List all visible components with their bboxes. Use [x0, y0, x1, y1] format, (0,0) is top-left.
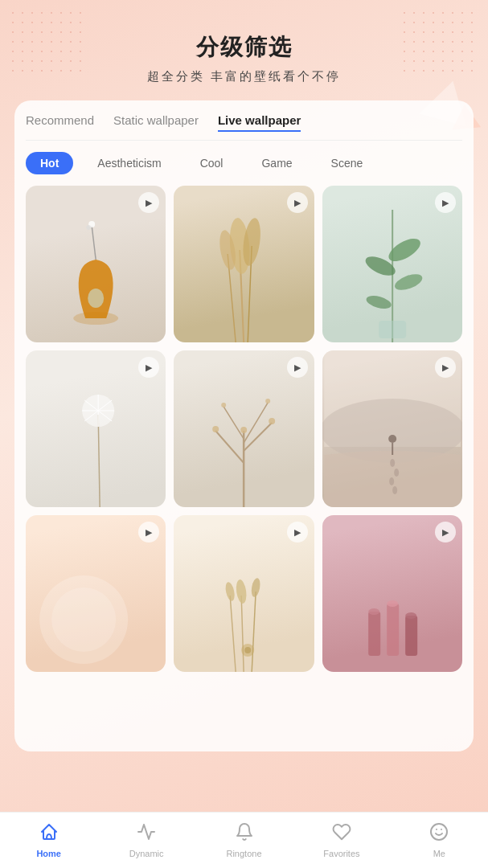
svg-line-29 — [244, 423, 272, 451]
svg-point-1 — [88, 289, 104, 308]
svg-line-6 — [248, 246, 252, 342]
svg-line-2 — [92, 226, 96, 260]
filter-aestheticism[interactable]: Aestheticism — [83, 152, 175, 174]
svg-point-0 — [73, 312, 118, 325]
svg-line-5 — [240, 250, 244, 342]
svg-line-31 — [244, 403, 268, 443]
filter-hot[interactable]: Hot — [26, 152, 73, 174]
svg-point-43 — [388, 435, 396, 443]
play-button[interactable]: ▶ — [287, 522, 308, 542]
home-icon — [39, 822, 59, 846]
filter-cool[interactable]: Cool — [186, 152, 238, 174]
category-tabs: Recommend Static wallpaper Live wallpape… — [26, 113, 462, 141]
wallpaper-item[interactable]: ▶ — [322, 186, 462, 342]
play-button[interactable]: ▶ — [138, 357, 159, 378]
nav-ringtone-label: Ringtone — [226, 849, 261, 858]
play-button[interactable]: ▶ — [287, 192, 308, 213]
play-button[interactable]: ▶ — [435, 192, 456, 213]
header: 分级筛选 超全分类 丰富的壁纸看个不停 — [0, 0, 488, 100]
svg-point-59 — [387, 600, 398, 607]
filter-game[interactable]: Game — [247, 152, 306, 174]
nav-ringtone[interactable]: Ringtone — [195, 822, 293, 858]
svg-point-51 — [250, 577, 261, 597]
tab-static-wallpaper[interactable]: Static wallpaper — [113, 113, 199, 132]
svg-point-8 — [228, 217, 252, 275]
svg-point-45 — [39, 575, 128, 664]
svg-point-53 — [241, 644, 254, 657]
nav-dynamic-label: Dynamic — [129, 849, 164, 858]
nav-home-label: Home — [36, 849, 61, 858]
svg-line-20 — [98, 400, 112, 411]
svg-line-48 — [252, 592, 256, 672]
filter-scene[interactable]: Scene — [317, 152, 378, 174]
svg-point-15 — [365, 293, 393, 311]
svg-point-41 — [389, 477, 394, 485]
svg-point-36 — [240, 427, 247, 433]
svg-point-46 — [51, 588, 116, 652]
svg-line-47 — [241, 596, 244, 672]
tab-recommend[interactable]: Recommend — [26, 113, 94, 132]
nav-home[interactable]: Home — [0, 822, 97, 858]
svg-point-12 — [385, 234, 424, 265]
play-button[interactable]: ▶ — [287, 357, 308, 378]
svg-line-17 — [98, 415, 100, 507]
wallpaper-item[interactable]: ▶ — [26, 350, 166, 507]
nav-dynamic[interactable]: Dynamic — [97, 822, 195, 858]
favorites-icon — [332, 822, 351, 846]
svg-line-49 — [230, 596, 236, 672]
me-icon — [429, 822, 449, 846]
svg-point-34 — [221, 403, 226, 407]
nav-favorites-label: Favorites — [323, 849, 359, 858]
wallpaper-item[interactable]: ▶ — [174, 350, 314, 507]
wallpaper-grid: ▶ ▶ — [26, 186, 462, 672]
nav-me[interactable]: Me — [391, 822, 488, 858]
wallpaper-item[interactable]: ▶ — [174, 186, 314, 342]
dynamic-icon — [137, 822, 156, 846]
nav-me-label: Me — [433, 849, 445, 858]
wallpaper-item[interactable]: ▶ — [26, 515, 166, 672]
svg-point-39 — [390, 459, 395, 467]
svg-line-30 — [223, 407, 244, 439]
svg-point-13 — [363, 252, 398, 279]
svg-point-3 — [88, 221, 95, 227]
wallpaper-item[interactable]: ▶ — [322, 515, 462, 672]
svg-point-14 — [392, 271, 424, 293]
svg-point-58 — [368, 608, 379, 615]
nav-favorites[interactable]: Favorites — [293, 822, 390, 858]
svg-line-28 — [215, 431, 244, 463]
svg-point-42 — [392, 486, 397, 494]
svg-point-35 — [265, 399, 270, 403]
wallpaper-item[interactable]: ▶ — [26, 186, 166, 342]
play-button[interactable]: ▶ — [138, 192, 159, 213]
svg-rect-16 — [379, 321, 406, 338]
svg-line-26 — [84, 400, 98, 411]
svg-line-7 — [228, 254, 236, 342]
svg-point-32 — [212, 426, 219, 432]
svg-line-22 — [98, 411, 112, 421]
svg-point-50 — [235, 579, 248, 604]
svg-point-33 — [269, 418, 275, 424]
filter-tags: Hot Aestheticism Cool Game Scene — [26, 152, 462, 174]
play-button[interactable]: ▶ — [138, 522, 159, 542]
bottom-navigation: Home Dynamic Ringtone Favorites — [0, 812, 488, 868]
svg-line-24 — [84, 411, 98, 421]
page-title: 分级筛选 — [16, 32, 472, 63]
svg-point-10 — [217, 229, 238, 271]
svg-point-40 — [394, 469, 399, 477]
svg-rect-57 — [405, 616, 417, 656]
wallpaper-item[interactable]: ▶ — [322, 350, 462, 507]
svg-rect-55 — [368, 612, 380, 656]
svg-rect-56 — [387, 604, 399, 656]
wallpaper-item[interactable]: ▶ — [174, 515, 314, 672]
svg-point-52 — [224, 581, 236, 602]
play-button[interactable]: ▶ — [435, 357, 456, 378]
tab-live-wallpaper[interactable]: Live wallpaper — [218, 113, 301, 132]
page-subtitle: 超全分类 丰富的壁纸看个不停 — [16, 69, 472, 84]
play-button[interactable]: ▶ — [435, 522, 456, 542]
main-card: Recommend Static wallpaper Live wallpape… — [14, 100, 474, 751]
svg-point-54 — [244, 647, 251, 653]
ringtone-icon — [235, 822, 254, 846]
svg-point-9 — [240, 217, 263, 267]
svg-point-38 — [322, 399, 462, 463]
svg-point-4 — [86, 225, 91, 230]
